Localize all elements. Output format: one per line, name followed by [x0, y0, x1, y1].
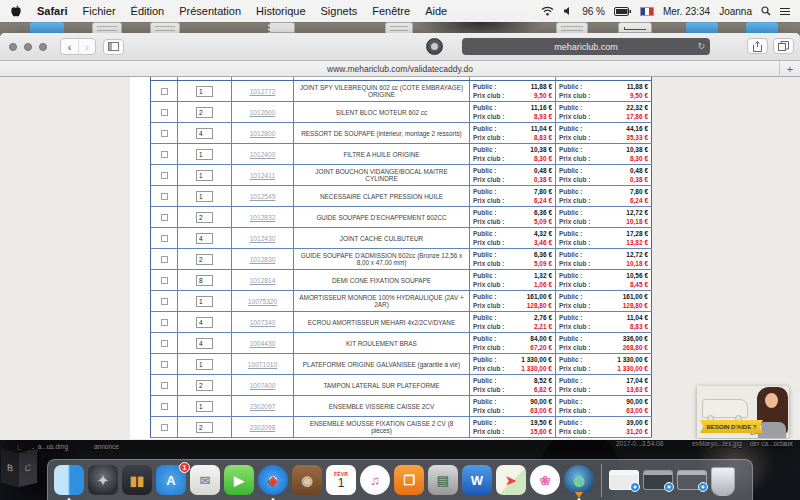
dock-maps-icon[interactable]: ➤	[496, 465, 526, 495]
help-ribbon[interactable]: BESOIN D'AIDE ?	[700, 420, 763, 433]
desktop-document-icon[interactable]	[385, 22, 413, 33]
dock-itunes-icon[interactable]: ♫	[360, 465, 390, 495]
menu-item-historique[interactable]: Historique	[256, 5, 306, 17]
row-checkbox[interactable]	[161, 277, 168, 284]
back-button[interactable]: ‹	[61, 39, 78, 54]
dock-safari-icon[interactable]: ◈	[258, 465, 288, 495]
quantity-input[interactable]	[196, 233, 213, 244]
dock-trash-icon[interactable]	[711, 467, 735, 496]
share-button[interactable]	[747, 38, 768, 54]
quantity-input[interactable]	[196, 422, 213, 433]
dock-displays-icon[interactable]: ▮▮	[122, 465, 152, 495]
apple-menu-icon[interactable]	[10, 5, 22, 18]
quantity-input[interactable]	[196, 191, 213, 202]
minimize-window-button[interactable]	[24, 43, 32, 51]
keyboard-flag-icon[interactable]	[640, 7, 654, 16]
part-ref-link[interactable]: 2302097	[250, 403, 276, 410]
menu-item-fichier[interactable]: Fichier	[83, 5, 116, 17]
part-ref-link[interactable]: 10075320	[248, 298, 277, 305]
row-checkbox[interactable]	[161, 361, 168, 368]
menu-item-edition[interactable]: Édition	[131, 5, 165, 17]
part-ref-link[interactable]: 1007400	[250, 382, 276, 389]
part-ref-link[interactable]: 1012830	[250, 256, 276, 263]
desktop-document-icon[interactable]	[556, 22, 588, 33]
desktop-file-label[interactable]: der ca...octaux	[750, 440, 793, 447]
quantity-input[interactable]	[196, 317, 213, 328]
dock-ibooks-icon[interactable]: ❐	[394, 465, 424, 495]
part-ref-link[interactable]: 1012411	[250, 172, 275, 179]
tab-overview-button[interactable]	[773, 38, 794, 54]
part-ref-link[interactable]: 1012430	[250, 235, 276, 242]
menu-user[interactable]: Joanna	[719, 6, 752, 17]
row-checkbox[interactable]	[161, 193, 168, 200]
forward-button[interactable]: ›	[78, 39, 95, 54]
zoom-window-button[interactable]	[39, 43, 47, 51]
menu-item-presentation[interactable]: Présentation	[179, 5, 241, 17]
desktop-file-label[interactable]: enMaryo...tes.jpg	[692, 440, 742, 447]
dock-calendar-icon[interactable]: FÉVR1	[326, 465, 356, 495]
notification-center-icon[interactable]	[780, 7, 790, 16]
desktop-folder-icon[interactable]	[686, 22, 718, 33]
url-field[interactable]: mehariclub.com ↻	[462, 38, 710, 55]
row-checkbox[interactable]	[161, 403, 168, 410]
help-widget[interactable]: BESOIN D'AIDE ?	[697, 386, 789, 438]
menu-clock[interactable]: Mer. 23:34	[663, 6, 710, 17]
desktop-document-icon[interactable]	[150, 22, 180, 33]
desktop-folder-icon[interactable]	[746, 22, 778, 33]
part-ref-link[interactable]: 1012600	[250, 109, 276, 116]
part-ref-link[interactable]: 1012800	[250, 130, 276, 137]
row-checkbox[interactable]	[161, 340, 168, 347]
dock-mail-icon[interactable]: ✉	[190, 465, 220, 495]
desktop-cube-icon[interactable]: L B C	[0, 436, 44, 498]
dock-geo-globe-icon[interactable]: ◍	[564, 465, 594, 495]
quantity-input[interactable]	[196, 275, 213, 286]
quantity-input[interactable]	[196, 338, 213, 349]
dock-launchpad-icon[interactable]: ✦	[88, 465, 118, 495]
row-checkbox[interactable]	[161, 151, 168, 158]
wifi-icon[interactable]	[541, 6, 554, 16]
part-ref-link[interactable]: 2302098	[250, 424, 276, 431]
part-ref-link[interactable]: 1004430	[250, 340, 276, 347]
desktop-file-label[interactable]: annonce	[94, 443, 119, 450]
part-ref-link[interactable]: 1012772	[250, 88, 276, 95]
spotlight-icon[interactable]	[761, 6, 771, 16]
row-checkbox[interactable]	[161, 109, 168, 116]
dock-minimized-window-3[interactable]	[677, 470, 707, 490]
battery-icon[interactable]	[614, 7, 631, 16]
quantity-input[interactable]	[196, 128, 213, 139]
volume-icon[interactable]	[563, 6, 573, 16]
desktop-file-label[interactable]: 2017-0...3.54.08	[616, 440, 663, 447]
part-ref-link[interactable]: 1007340	[250, 319, 276, 326]
row-checkbox[interactable]	[161, 424, 168, 431]
reload-icon[interactable]: ↻	[697, 41, 705, 51]
part-ref-link[interactable]: 10071010	[248, 361, 277, 368]
row-checkbox[interactable]	[161, 319, 168, 326]
dock-finder-icon[interactable]	[54, 465, 84, 495]
quantity-input[interactable]	[196, 170, 213, 181]
part-ref-link[interactable]: 1012400	[250, 151, 276, 158]
dock-photos-legacy-icon[interactable]: ▤	[428, 465, 458, 495]
menu-item-safari[interactable]: Safari	[37, 5, 68, 17]
row-checkbox[interactable]	[161, 256, 168, 263]
desktop-chart-icon[interactable]	[618, 22, 652, 33]
desktop-folder-icon[interactable]	[30, 22, 64, 33]
desktop-document-icon[interactable]	[92, 22, 122, 33]
part-ref-link[interactable]: 1012832	[250, 214, 276, 221]
desktop-notebook-icon[interactable]	[268, 22, 295, 33]
dock-contacts-icon[interactable]: ◉	[292, 465, 322, 495]
row-checkbox[interactable]	[161, 88, 168, 95]
close-window-button[interactable]	[9, 43, 17, 51]
row-checkbox[interactable]	[161, 235, 168, 242]
part-ref-link[interactable]: 1012549	[250, 193, 276, 200]
quantity-input[interactable]	[196, 254, 213, 265]
quantity-input[interactable]	[196, 86, 213, 97]
row-checkbox[interactable]	[161, 298, 168, 305]
quantity-input[interactable]	[196, 296, 213, 307]
quantity-input[interactable]	[196, 380, 213, 391]
dock-app-store-icon[interactable]: A1	[156, 465, 186, 495]
sidebar-button[interactable]	[103, 39, 124, 55]
menu-item-fenetre[interactable]: Fenêtre	[372, 5, 410, 17]
row-checkbox[interactable]	[161, 382, 168, 389]
quantity-input[interactable]	[196, 149, 213, 160]
content-blocker-icon[interactable]	[426, 38, 443, 55]
